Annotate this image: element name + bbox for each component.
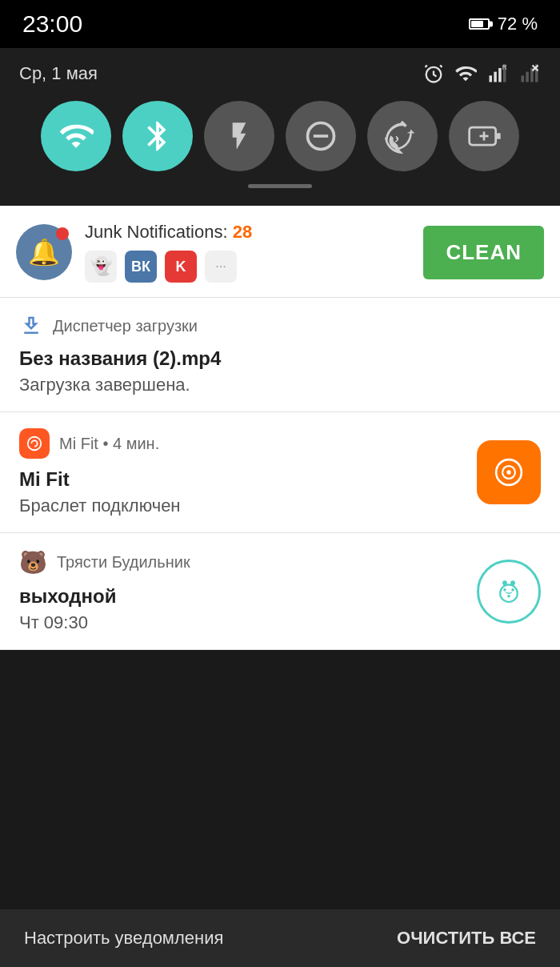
alarm-body: Чт 09:30: [19, 612, 190, 633]
mifit-body: Браслет подключен: [19, 496, 181, 516]
qs-tile-flashlight[interactable]: [204, 101, 274, 171]
junk-count: 28: [233, 222, 252, 242]
junk-app-ghost: 👻: [85, 251, 117, 283]
qs-tile-battery-saver[interactable]: [449, 101, 519, 171]
junk-app-vk: ВК: [125, 251, 157, 283]
svg-point-21: [506, 470, 510, 474]
svg-text:R: R: [502, 64, 507, 71]
dnd-tile-icon: [303, 118, 338, 154]
mifit-left: Mi Fit • 4 мин. Mi Fit Браслет подключен: [19, 428, 181, 516]
qs-tile-bluetooth[interactable]: [122, 101, 193, 171]
download-body: Загрузка завершена.: [19, 375, 541, 395]
svg-point-23: [502, 580, 507, 585]
svg-rect-6: [522, 75, 525, 82]
junk-app-more: ···: [205, 251, 237, 283]
qs-tile-dnd[interactable]: [286, 101, 356, 171]
quick-settings-panel: Ср, 1 мая R: [0, 48, 560, 206]
qs-tile-wifi[interactable]: [41, 101, 111, 171]
alarm-left: 🐻 Трясти Будильник выходной Чт 09:30: [19, 549, 190, 633]
junk-bell-icon: 🔔: [16, 224, 72, 280]
clear-all-button[interactable]: ОЧИСТИТЬ ВСЕ: [397, 928, 536, 949]
alarm-app-icon: 🐻: [19, 549, 47, 576]
alarm-app-name: Трясти Будильник: [57, 553, 190, 572]
wifi-tile-icon: [58, 118, 94, 154]
alarm-app-row: 🐻 Трясти Будильник: [19, 549, 190, 576]
qs-header-icons: R: [422, 62, 541, 85]
rotation-tile-icon: [385, 118, 420, 154]
mifit-app-icon: [19, 428, 50, 459]
mifit-logo: [477, 440, 541, 504]
clean-button[interactable]: CLEAN: [423, 226, 544, 279]
svg-rect-2: [494, 72, 497, 82]
svg-point-26: [511, 588, 514, 592]
notifications-area: 🔔 Junk Notifications: 28 👻 ВК K ··· CLEA…: [0, 206, 560, 650]
download-title: Без названия (2).mp4: [19, 347, 541, 370]
signal-icon: R: [486, 62, 509, 85]
alarm-icon-circle: [477, 560, 541, 624]
battery-saver-tile-icon: [466, 118, 502, 154]
junk-row: 🔔 Junk Notifications: 28 👻 ВК K ··· CLEA…: [16, 222, 544, 283]
wifi-icon: [454, 62, 477, 85]
svg-point-27: [507, 594, 510, 597]
alarm-card: 🐻 Трясти Будильник выходной Чт 09:30: [0, 533, 560, 650]
battery-icon: [469, 18, 490, 30]
download-manager-card: Диспетчер загрузки Без названия (2).mp4 …: [0, 298, 560, 412]
signal-x-icon: [518, 62, 541, 85]
mifit-title: Mi Fit: [19, 468, 181, 491]
svg-point-18: [28, 437, 42, 451]
qs-tile-rotation[interactable]: [367, 101, 438, 171]
svg-rect-1: [490, 75, 493, 82]
svg-point-25: [503, 588, 506, 592]
junk-apps: 👻 ВК K ···: [85, 251, 252, 283]
settings-button[interactable]: Настроить уведомления: [24, 928, 223, 949]
mifit-card: Mi Fit • 4 мин. Mi Fit Браслет подключен: [0, 412, 560, 533]
junk-app-k: K: [165, 251, 197, 283]
status-time: 23:00: [22, 10, 82, 38]
mifit-app-name: Mi Fit • 4 мин.: [59, 435, 159, 453]
battery-percentage: 72 %: [498, 14, 538, 34]
svg-rect-3: [498, 68, 502, 82]
download-app-row: Диспетчер загрузки: [19, 314, 541, 338]
mifit-app-row: Mi Fit • 4 мин.: [19, 428, 181, 459]
junk-bell-dot: [56, 227, 69, 240]
alarm-clock-icon: [422, 62, 445, 85]
download-app-name: Диспетчер загрузки: [53, 317, 198, 335]
qs-header: Ср, 1 мая R: [19, 62, 541, 85]
qs-tiles: [19, 101, 541, 171]
bottom-bar: Настроить уведомления ОЧИСТИТЬ ВСЕ: [0, 909, 560, 967]
flashlight-tile-icon: [223, 120, 255, 152]
status-bar: 23:00 72 %: [0, 0, 560, 48]
junk-title: Junk Notifications: 28: [85, 222, 252, 243]
qs-date: Ср, 1 мая: [19, 63, 98, 84]
svg-rect-7: [526, 72, 529, 82]
junk-left: 🔔 Junk Notifications: 28 👻 ВК K ···: [16, 222, 252, 283]
bluetooth-tile-icon: [140, 118, 175, 154]
junk-notifications-card: 🔔 Junk Notifications: 28 👻 ВК K ··· CLEA…: [0, 206, 560, 298]
svg-point-24: [510, 580, 515, 585]
alarm-title: выходной: [19, 585, 190, 608]
qs-scroll-handle: [19, 184, 541, 188]
download-icon: [19, 314, 43, 338]
status-icons: 72 %: [469, 14, 538, 34]
junk-info: Junk Notifications: 28 👻 ВК K ···: [85, 222, 252, 283]
